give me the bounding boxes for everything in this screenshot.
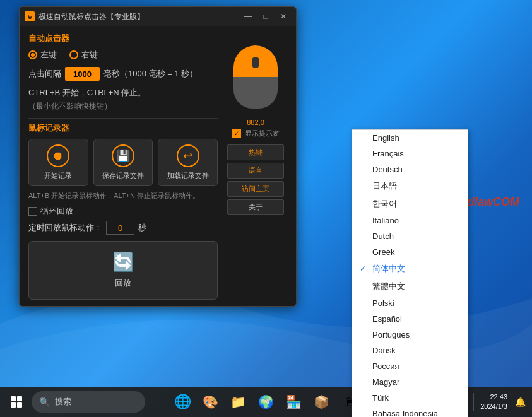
taskbar-icon-3[interactable]: 📁	[226, 389, 251, 414]
save-record-label: 保存记录文件	[102, 171, 144, 180]
taskbar-icon-4[interactable]: 🌍	[254, 389, 279, 414]
mouse-recorder-title: 鼠标记录器	[28, 122, 218, 134]
lang-traditional-chinese-label: 繁體中文	[372, 281, 405, 292]
minimize-button[interactable]: —	[240, 11, 256, 22]
show-tips-checkbox[interactable]: ✓	[232, 129, 241, 138]
playback-btn-container: 🔄 回放	[28, 241, 218, 300]
timer-label: 定时回放鼠标动作：	[28, 222, 102, 233]
mouse-graphic	[227, 45, 284, 115]
tray-date-display: 2024/1/3	[480, 402, 507, 411]
lang-greek[interactable]: Greek	[352, 244, 468, 260]
lang-english[interactable]: English	[352, 130, 468, 146]
lang-dansk[interactable]: Dansk	[352, 343, 468, 358]
lang-english-label: English	[372, 133, 399, 143]
taskbar-left: 🔍 搜索	[0, 389, 145, 414]
search-placeholder: 搜索	[55, 396, 71, 408]
lang-simplified-chinese-label: 简体中文	[372, 263, 405, 274]
lang-espanol-label: Español	[372, 314, 402, 324]
rec-shortcut-hint: ALT+B 开始记录鼠标动作，ALT+N 停止记录鼠标动作。	[28, 191, 218, 201]
save-record-icon: 💾	[112, 144, 134, 167]
timer-input[interactable]	[106, 221, 134, 235]
lang-japanese[interactable]: 日本語	[352, 177, 468, 195]
title-bar: 🖱 极速自动鼠标点击器【专业版】 — □ ✕	[20, 7, 296, 26]
language-dropdown: English Français Deutsch 日本語 한국어 Italian…	[352, 129, 468, 417]
search-icon: 🔍	[39, 397, 50, 407]
minimize-tip: （最小化不影响快捷键）	[28, 101, 218, 112]
lang-polski[interactable]: Polski	[352, 295, 468, 311]
language-button[interactable]: 语言	[227, 163, 284, 179]
load-record-icon: ↩	[177, 144, 199, 167]
right-click-radio[interactable]: 右键	[69, 49, 98, 61]
interval-row: 点击间隔 毫秒（1000 毫秒 = 1 秒）	[28, 67, 218, 81]
load-record-label: 加载记录文件	[167, 171, 209, 180]
app-icon: 🖱	[25, 11, 35, 21]
recorder-buttons: ⏺ 开始记录 💾 保存记录文件 ↩ 加载记录文件	[28, 139, 218, 186]
lang-japanese-label: 日本語	[372, 180, 397, 192]
lang-portugues-label: Portugues	[372, 330, 410, 339]
lang-bahasa[interactable]: Bahasa Indonesia	[352, 406, 468, 417]
taskbar-icon-5[interactable]: 🏪	[281, 389, 307, 414]
lang-deutsch-label: Deutsch	[372, 165, 403, 174]
lang-dutch-label: Dutch	[372, 232, 394, 241]
lang-italiano[interactable]: Italiano	[352, 213, 468, 228]
left-click-dot	[28, 50, 37, 59]
right-panel: 882,0 ✓ 显示提示窗 热键 语言 访问主页 关于	[224, 33, 287, 300]
lang-russian[interactable]: Россия	[352, 358, 468, 374]
show-tips-row: ✓ 显示提示窗	[232, 129, 280, 138]
playback-button[interactable]: 🔄 回放	[28, 241, 218, 300]
interval-input[interactable]	[65, 67, 100, 81]
lang-espanol[interactable]: Español	[352, 311, 468, 327]
timer-unit: 秒	[138, 222, 146, 233]
maximize-button[interactable]: □	[258, 11, 273, 22]
about-button[interactable]: 关于	[227, 199, 284, 215]
timer-row: 定时回放鼠标动作： 秒	[28, 221, 218, 235]
auto-clicker-title: 自动点击器	[28, 33, 218, 44]
taskbar-icon-6[interactable]: 📦	[309, 389, 334, 414]
interval-unit: 毫秒（1000 毫秒 = 1 秒）	[103, 68, 198, 79]
start-button[interactable]	[4, 389, 29, 414]
tray-time-display: 22:43	[480, 392, 507, 402]
close-button[interactable]: ✕	[276, 11, 291, 22]
save-record-button[interactable]: 💾 保存记录文件	[93, 139, 153, 186]
start-icon	[11, 396, 22, 408]
taskbar-icon-1[interactable]: 🌐	[170, 389, 196, 414]
lang-turk-label: Türk	[372, 393, 389, 402]
right-action-buttons: 热键 语言 访问主页 关于	[227, 144, 284, 215]
visit-site-button[interactable]: 访问主页	[227, 181, 284, 197]
lang-dansk-label: Dansk	[372, 346, 396, 355]
tray-notification[interactable]: 🔔	[514, 396, 527, 408]
lang-korean-label: 한국어	[372, 198, 397, 209]
lang-bahasa-label: Bahasa Indonesia	[372, 409, 438, 417]
lang-traditional-chinese[interactable]: 繁體中文	[352, 278, 468, 295]
left-click-radio[interactable]: 左键	[28, 49, 57, 61]
start-record-button[interactable]: ⏺ 开始记录	[28, 139, 88, 186]
mouse-coordinates: 882,0	[247, 119, 264, 126]
loop-checkbox-box	[28, 207, 37, 216]
lang-francais-label: Français	[372, 149, 404, 158]
lang-magyar[interactable]: Magyar	[352, 374, 468, 390]
loop-playback-checkbox[interactable]: 循环回放	[28, 206, 73, 217]
start-record-icon: ⏺	[47, 144, 69, 167]
lang-greek-label: Greek	[372, 247, 394, 257]
start-record-label: 开始记录	[44, 171, 72, 180]
lang-simplified-chinese[interactable]: ✓ 简体中文	[352, 260, 468, 278]
lang-korean[interactable]: 한국어	[352, 195, 468, 213]
lang-italiano-label: Italiano	[372, 216, 399, 225]
click-type-radio-group: 左键 右键	[28, 49, 218, 61]
show-tips-label: 显示提示窗	[245, 129, 280, 138]
interval-label: 点击间隔	[28, 68, 61, 79]
mouse-body	[233, 45, 278, 109]
taskbar-search[interactable]: 🔍 搜索	[32, 391, 145, 413]
lang-dutch[interactable]: Dutch	[352, 228, 468, 244]
lang-francais[interactable]: Français	[352, 146, 468, 162]
load-record-button[interactable]: ↩ 加载记录文件	[158, 139, 218, 186]
lang-portugues[interactable]: Portugues	[352, 327, 468, 343]
lang-turk[interactable]: Türk	[352, 390, 468, 406]
taskbar-icon-2[interactable]: 🎨	[198, 389, 223, 414]
loop-playback-row: 循环回放	[28, 206, 218, 217]
hotkey-button[interactable]: 热键	[227, 144, 284, 160]
tray-clock[interactable]: 22:43 2024/1/3	[478, 392, 510, 412]
lang-deutsch[interactable]: Deutsch	[352, 162, 468, 177]
playback-label: 回放	[115, 278, 131, 289]
lang-simplified-chinese-check: ✓	[360, 264, 369, 273]
